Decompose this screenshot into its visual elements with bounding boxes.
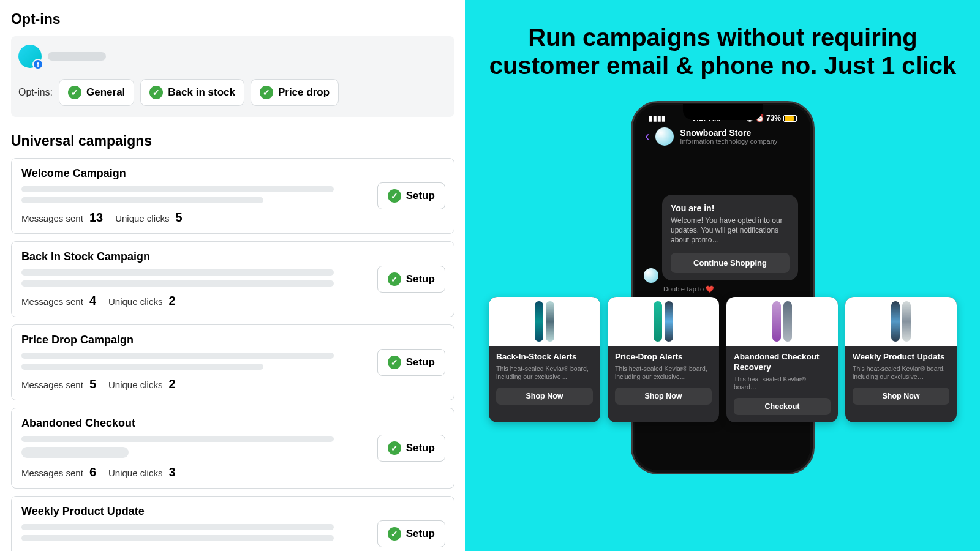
optins-row: Opt-ins: ✓General✓Back in stock✓Price dr…: [18, 79, 447, 106]
back-arrow-icon[interactable]: ‹: [645, 129, 649, 144]
product-card-title: Weekly Product Updats: [853, 352, 949, 362]
check-icon: ✓: [388, 272, 401, 286]
product-card-button[interactable]: Checkout: [734, 398, 831, 415]
page-name-placeholder: [48, 52, 106, 61]
campaign-card: Weekly Product UpdateMessages sent4Uniqu…: [11, 496, 454, 551]
campaign-card: Abandoned CheckoutMessages sent6Unique c…: [11, 408, 454, 489]
marketing-headline: Run campaigns without requiring customer…: [466, 23, 980, 80]
campaign-title: Price Drop Campaign: [21, 334, 444, 347]
messages-sent-label: Messages sent: [21, 468, 83, 478]
product-card-button[interactable]: Shop Now: [496, 388, 593, 405]
page-avatar: f: [18, 45, 42, 68]
campaign-card: Welcome CampaignMessages sent13Unique cl…: [11, 158, 454, 234]
product-cards-row: Back-In-Stock AlertsThis heat-sealed Kev…: [489, 297, 957, 422]
check-icon: ✓: [388, 441, 401, 455]
message-title: You are in!: [671, 203, 790, 213]
messages-sent-value: 4: [89, 294, 96, 308]
setup-button[interactable]: ✓Setup: [377, 182, 445, 209]
universal-campaigns-heading: Universal campaigns: [11, 133, 454, 149]
left-panel: Opt-ins f Opt-ins: ✓General✓Back in stoc…: [0, 0, 466, 551]
unique-clicks-label: Unique clicks: [108, 380, 162, 390]
setup-button[interactable]: ✓Setup: [377, 435, 445, 462]
check-icon: ✓: [149, 86, 163, 99]
product-card-button[interactable]: Shop Now: [615, 388, 712, 405]
product-card: Weekly Product UpdatsThis heat-sealed Ke…: [845, 297, 957, 422]
product-image: [608, 297, 719, 346]
campaign-stats: Messages sent4Unique clicks2: [21, 294, 444, 308]
product-card-description: This heat-sealed Kevlar® board, includin…: [496, 365, 593, 381]
check-icon: ✓: [388, 527, 401, 541]
setup-label: Setup: [406, 273, 435, 285]
chat-header: ‹ Snowboard Store Information technology…: [640, 124, 805, 152]
store-name: Snowboard Store: [680, 128, 777, 138]
product-image: [726, 297, 838, 346]
campaign-card: Price Drop CampaignMessages sent5Unique …: [11, 324, 454, 400]
messages-sent-value: 4: [89, 549, 96, 551]
campaign-title: Back In Stock Campaign: [21, 250, 444, 263]
messages-sent-value: 5: [89, 377, 96, 391]
optins-label: Opt-ins:: [18, 87, 53, 98]
unique-clicks-value: 3: [168, 465, 175, 479]
setup-label: Setup: [406, 356, 435, 369]
phone-notch-icon: [683, 104, 763, 120]
check-icon: ✓: [388, 356, 401, 369]
unique-clicks-value: 2: [168, 377, 175, 391]
battery-icon: [783, 115, 797, 122]
double-tap-hint: Double-tap to ❤️: [663, 285, 805, 293]
product-card-title: Back-In-Stock Alerts: [496, 352, 593, 362]
unique-clicks-value: 5: [176, 211, 183, 225]
optin-chip-general[interactable]: ✓General: [59, 79, 134, 106]
messages-sent-label: Messages sent: [21, 296, 83, 307]
setup-label: Setup: [406, 528, 435, 540]
heart-icon: ❤️: [706, 285, 714, 293]
signal-icon: ▮▮▮▮: [649, 114, 666, 122]
campaign-stats: Messages sent13Unique clicks5: [21, 211, 444, 225]
setup-button[interactable]: ✓Setup: [377, 349, 445, 376]
product-card: Abandoned Checkout RecoveryThis heat-sea…: [726, 297, 838, 422]
setup-label: Setup: [406, 442, 435, 454]
messages-sent-value: 13: [89, 211, 103, 225]
snowboard-icon: [546, 301, 554, 342]
snowboard-icon: [772, 301, 781, 342]
campaign-card: Back In Stock CampaignMessages sent4Uniq…: [11, 241, 454, 317]
product-card-description: This heat-sealed Kevlar® board, includin…: [853, 365, 949, 381]
snowboard-icon: [654, 301, 662, 342]
product-card-description: This heat-sealed Kevlar® board…: [734, 375, 831, 392]
snowboard-icon: [665, 301, 673, 342]
snowboard-icon: [783, 301, 792, 342]
product-image: [845, 297, 957, 346]
check-icon: ✓: [260, 86, 273, 99]
store-avatar-icon: [655, 127, 674, 146]
messages-sent-label: Messages sent: [21, 380, 83, 390]
store-subtitle: Information technology company: [680, 138, 777, 145]
campaign-title: Welcome Campaign: [21, 167, 444, 180]
chip-label: Price drop: [278, 86, 330, 99]
facebook-badge-icon: f: [32, 59, 43, 70]
optin-chip-price-drop[interactable]: ✓Price drop: [251, 79, 339, 106]
product-card: Price-Drop AlertsThis heat-sealed Kevlar…: [608, 297, 719, 422]
optins-heading: Opt-ins: [11, 11, 454, 28]
check-icon: ✓: [68, 86, 81, 99]
setup-button[interactable]: ✓Setup: [377, 520, 445, 547]
product-card-button[interactable]: Shop Now: [853, 388, 949, 405]
product-card-title: Price-Drop Alerts: [615, 352, 712, 362]
product-image: [489, 297, 600, 346]
snowboard-icon: [535, 301, 543, 342]
continue-shopping-button[interactable]: Continue Shopping: [671, 253, 790, 273]
optins-header: f: [18, 45, 447, 68]
optin-chip-back-in-stock[interactable]: ✓Back in stock: [140, 79, 244, 106]
chip-label: General: [86, 86, 125, 99]
setup-button[interactable]: ✓Setup: [377, 266, 445, 293]
chip-label: Back in stock: [168, 86, 235, 99]
product-card: Back-In-Stock AlertsThis heat-sealed Kev…: [489, 297, 600, 422]
optins-box: f Opt-ins: ✓General✓Back in stock✓Price …: [11, 36, 454, 117]
setup-label: Setup: [406, 190, 435, 202]
product-card-description: This heat-sealed Kevlar® board, includin…: [615, 365, 712, 381]
campaign-title: Abandoned Checkout: [21, 417, 444, 430]
campaign-stats: Messages sent4Unique clicks0: [21, 549, 444, 551]
product-card-title: Abandoned Checkout Recovery: [734, 352, 831, 373]
snowboard-icon: [891, 301, 900, 342]
right-panel: Run campaigns without requiring customer…: [466, 0, 980, 551]
unique-clicks-value: 0: [168, 549, 175, 551]
campaign-title: Weekly Product Update: [21, 505, 444, 518]
